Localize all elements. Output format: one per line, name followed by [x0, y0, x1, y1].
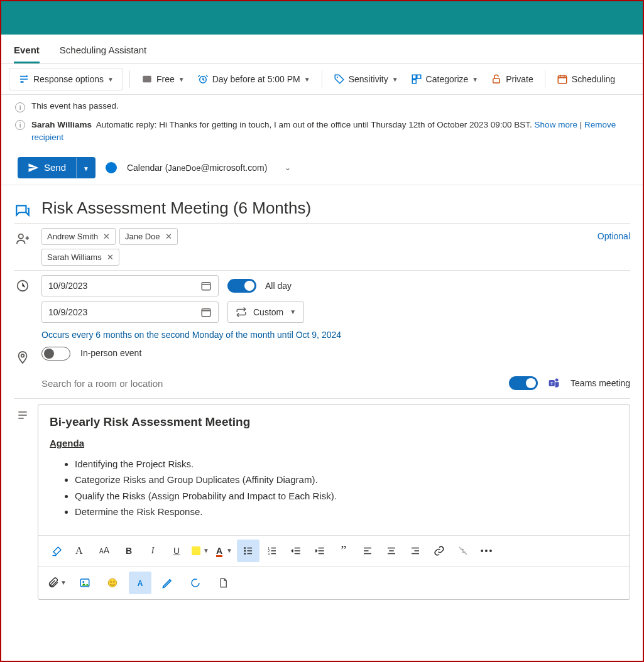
tab-scheduling-assistant[interactable]: Scheduling Assistant [60, 40, 146, 63]
align-right-button[interactable] [404, 540, 427, 562]
insert-picture-button[interactable] [74, 572, 96, 594]
attendee-chip[interactable]: Jane Doe ✕ [119, 228, 178, 245]
insert-file-button[interactable] [212, 572, 234, 594]
font-icon: A [75, 545, 87, 556]
tag-icon [334, 73, 345, 85]
teams-meeting-toggle[interactable] [509, 376, 538, 390]
send-row: Send ▼ Calendar (JaneDoe@microsoft.com) … [1, 151, 643, 185]
highlight-button[interactable]: ▼ [189, 540, 212, 562]
agenda-item: Qualify the Risks (Assign Probability an… [75, 488, 618, 504]
svg-point-14 [21, 354, 25, 357]
calendar-chevron-icon[interactable]: ⌄ [285, 163, 291, 172]
svg-point-10 [19, 234, 23, 238]
spacer [14, 381, 31, 385]
banner-separator: | [577, 120, 584, 129]
svg-point-4 [337, 77, 338, 78]
send-split-button[interactable]: ▼ [76, 158, 96, 178]
busy-status-button[interactable]: Free ▼ [136, 71, 190, 87]
private-button[interactable]: Private [486, 71, 538, 87]
insert-link-button[interactable] [428, 540, 450, 562]
insert-loop-button[interactable] [184, 572, 207, 594]
info-icon: i [15, 120, 25, 130]
clock-icon [14, 275, 31, 293]
chevron-down-icon: ▼ [304, 76, 310, 83]
chevron-down-icon: ▼ [226, 547, 232, 554]
location-pin-icon [14, 347, 31, 364]
send-button[interactable]: Send [18, 157, 76, 178]
response-options-button[interactable]: Response options ▼ [13, 71, 119, 87]
in-person-label: In-person event [80, 347, 141, 358]
teams-icon: T [548, 377, 560, 389]
align-left-button[interactable] [356, 540, 379, 562]
description-editor[interactable]: Bi-yearly Risk Assessment Meeting Agenda… [38, 404, 630, 600]
insert-signature-button[interactable] [156, 572, 179, 594]
tab-event[interactable]: Event [14, 40, 40, 63]
recurrence-button[interactable]: Custom ▼ [227, 301, 304, 323]
in-person-toggle[interactable] [41, 347, 70, 361]
end-date-input[interactable]: 10/9/2023 [41, 301, 219, 323]
numbered-list-button[interactable]: 123 [261, 540, 283, 562]
sensitivity-button[interactable]: Sensitivity ▼ [329, 71, 403, 87]
remove-chip-icon[interactable]: ✕ [107, 252, 114, 262]
categorize-label: Categorize [426, 74, 469, 84]
event-passed-text: This event has passed. [31, 101, 119, 111]
editor-toggle-button[interactable]: A [129, 572, 151, 594]
highlight-icon [192, 546, 200, 555]
auto-reply-banner: i Sarah Williams Automatic reply: Hi Tha… [1, 119, 643, 151]
italic-icon: I [151, 546, 155, 556]
attendee-chip[interactable]: Andrew Smith ✕ [41, 228, 116, 245]
bullet-list-button[interactable] [237, 540, 259, 562]
description-content[interactable]: Bi-yearly Risk Assessment Meeting Agenda… [38, 405, 630, 535]
busy-icon [141, 73, 153, 85]
calendar-icon [557, 73, 568, 85]
italic-button[interactable]: I [141, 540, 164, 562]
calendar-selector[interactable]: Calendar (JaneDoe@microsoft.com) [127, 163, 267, 173]
show-more-link[interactable]: Show more [535, 120, 577, 129]
outdent-icon [290, 545, 302, 556]
outdent-button[interactable] [285, 540, 307, 562]
start-date-input[interactable]: 10/9/2023 [41, 275, 219, 296]
svg-point-17 [555, 379, 559, 382]
all-day-toggle[interactable] [227, 279, 256, 293]
scheduling-poll-button[interactable]: Scheduling [552, 71, 620, 87]
font-size-button[interactable]: AA [94, 540, 116, 562]
bold-button[interactable]: B [117, 540, 140, 562]
info-icon: i [15, 102, 25, 112]
attendee-name: Jane Doe [125, 232, 160, 241]
underline-button[interactable]: U [165, 540, 188, 562]
attach-file-button[interactable]: ▼ [46, 572, 68, 594]
font-color-icon: A [216, 546, 222, 556]
agenda-item: Identifying the Project Risks. [75, 456, 618, 472]
svg-rect-7 [412, 80, 416, 84]
bold-icon: B [126, 546, 132, 556]
insert-emoji-button[interactable] [101, 572, 124, 594]
window-titlebar [1, 1, 643, 35]
font-family-button[interactable]: A [70, 540, 92, 562]
scheduling-poll-label: Scheduling [572, 74, 615, 84]
attendee-chip[interactable]: Sarah Williams ✕ [41, 249, 119, 266]
format-toolbar: A AA B I U ▼ A▼ 123 ” ••• [38, 535, 630, 566]
send-label: Send [44, 162, 66, 173]
indent-button[interactable] [308, 540, 331, 562]
quote-button[interactable]: ” [332, 540, 355, 562]
reminder-label: Day before at 5:00 PM [212, 74, 300, 84]
location-search-input[interactable] [41, 373, 499, 394]
align-center-button[interactable] [380, 540, 403, 562]
more-formatting-button[interactable]: ••• [476, 540, 498, 562]
remove-chip-icon[interactable]: ✕ [103, 232, 110, 241]
svg-text:3: 3 [268, 551, 270, 555]
font-color-button[interactable]: A▼ [213, 540, 236, 562]
alarm-icon [197, 73, 209, 85]
recurrence-summary-link[interactable]: Occurs every 6 months on the second Mond… [14, 327, 630, 342]
event-title-input[interactable] [41, 198, 630, 218]
remove-chip-icon[interactable]: ✕ [165, 232, 172, 241]
format-painter-button[interactable] [46, 540, 68, 562]
optional-attendees-button[interactable]: Optional [598, 231, 630, 241]
remove-link-button[interactable] [452, 540, 474, 562]
teams-meeting-label: Teams meeting [570, 378, 630, 388]
agenda-label: Agenda [50, 438, 618, 448]
svg-rect-5 [412, 75, 416, 79]
categorize-button[interactable]: Categorize ▼ [406, 71, 484, 87]
reminder-button[interactable]: Day before at 5:00 PM ▼ [192, 71, 315, 87]
pen-icon [161, 577, 174, 589]
